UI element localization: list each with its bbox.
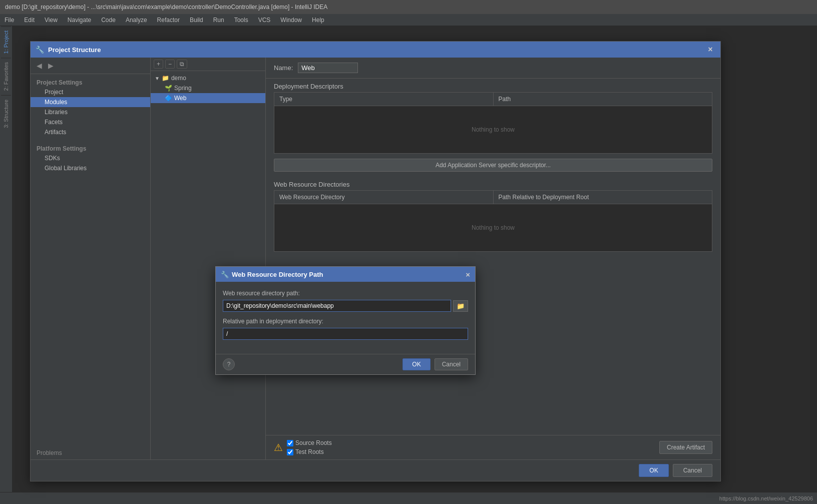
checkbox-row-1: Source Roots (287, 439, 332, 446)
middle-toolbar: + − ⧉ (151, 58, 265, 71)
dialog-overlay: 🔧 Project Structure × ◀ ▶ Project Settin… (0, 26, 817, 504)
sub-dialog: 🔧 Web Resource Directory Path × Web reso… (215, 266, 476, 375)
web-resource-dirs-title: Web Resource Directories (266, 177, 720, 190)
dialog-cancel-button[interactable]: Cancel (673, 464, 712, 477)
facets-label: Facets (45, 119, 63, 126)
bottom-action-bar: ⚠ Source Roots Test Roots Create Art (266, 435, 720, 459)
browse-button[interactable]: 📁 (453, 300, 468, 312)
web-table-header: Web Resource Directory Path Relative to … (274, 191, 712, 204)
menu-file[interactable]: File (3, 16, 16, 25)
deployment-descriptors-table: Type Path Nothing to show (274, 92, 712, 154)
dialog-ok-button[interactable]: OK (639, 464, 668, 477)
table-header-row: Type Path (274, 93, 712, 106)
web-item[interactable]: 🔷 Web (151, 93, 265, 103)
menu-view[interactable]: View (43, 16, 60, 25)
project-structure-dialog: 🔧 Project Structure × ◀ ▶ Project Settin… (30, 41, 721, 481)
checkbox-2-label: Test Roots (295, 448, 324, 455)
dialog-title-icon: 🔧 (36, 46, 44, 54)
problems-item[interactable]: Problems (31, 446, 150, 459)
create-artifact-button[interactable]: Create Artifact (659, 441, 712, 454)
libraries-item[interactable]: Libraries (31, 107, 150, 117)
dialog-title-text: Project Structure (48, 46, 101, 54)
window-title: demo [D:\git_repository\demo] - ...\src\… (5, 4, 812, 11)
sub-dialog-title-text: Web Resource Directory Path (232, 271, 323, 278)
nav-back-button[interactable]: ◀ (35, 61, 44, 71)
path-column-header: Path (494, 93, 712, 106)
menu-help[interactable]: Help (310, 16, 326, 25)
artifacts-item[interactable]: Artifacts (31, 127, 150, 137)
web-resource-table: Web Resource Directory Path Relative to … (274, 190, 712, 252)
demo-root-item[interactable]: ▼ 📁 demo (151, 73, 265, 83)
sub-dialog-close-button[interactable]: × (466, 270, 470, 279)
dialog-close-button[interactable]: × (705, 45, 715, 55)
menu-bar: File Edit View Navigate Code Analyze Ref… (0, 14, 817, 26)
ide-background: 1: Project 2: Favorites 3: Structure 🔧 P… (0, 26, 817, 504)
dialog-right-panel: Name: Deployment Descriptors Type Path N… (266, 58, 720, 459)
sdks-label: SDKs (45, 155, 60, 162)
facets-item[interactable]: Facets (31, 117, 150, 127)
sub-dialog-ok-button[interactable]: OK (402, 358, 430, 370)
sub-dialog-title-icon: 🔧 (221, 271, 229, 278)
dir-path-input[interactable] (223, 300, 451, 312)
demo-root-label: demo (171, 75, 186, 82)
web-icon: 🔷 (165, 95, 172, 102)
modules-item[interactable]: Modules (31, 97, 150, 107)
add-module-button[interactable]: + (154, 60, 163, 69)
menu-run[interactable]: Run (211, 16, 226, 25)
remove-module-button[interactable]: − (165, 60, 175, 69)
dir-path-label: Web resource directory path: (223, 290, 468, 297)
path-relative-header: Path Relative to Deployment Root (494, 191, 712, 204)
menu-window[interactable]: Window (278, 16, 304, 25)
project-label: Project (45, 89, 63, 96)
menu-refactor[interactable]: Refactor (155, 16, 182, 25)
warning-icon: ⚠ (274, 441, 283, 453)
spring-label: Spring (174, 85, 192, 92)
global-libraries-item[interactable]: Global Libraries (31, 163, 150, 173)
copy-module-button[interactable]: ⧉ (177, 60, 187, 69)
dialog-body: ◀ ▶ Project Settings Project Modules (31, 58, 720, 459)
sub-dialog-cancel-button[interactable]: Cancel (435, 358, 468, 370)
web-resource-dir-header: Web Resource Directory (274, 191, 494, 204)
libraries-label: Libraries (45, 109, 68, 116)
menu-tools[interactable]: Tools (232, 16, 250, 25)
checkbox-group: Source Roots Test Roots (287, 439, 332, 455)
name-row: Name: (266, 58, 720, 79)
spring-icon: 🌱 (165, 85, 172, 92)
menu-analyze[interactable]: Analyze (124, 16, 149, 25)
menu-code[interactable]: Code (99, 16, 118, 25)
name-label: Name: (274, 64, 293, 72)
menu-navigate[interactable]: Navigate (66, 16, 93, 25)
no-web-resources: Nothing to show (274, 204, 712, 251)
dir-path-input-row: 📁 (223, 300, 468, 312)
menu-vcs[interactable]: VCS (256, 16, 273, 25)
add-descriptor-button[interactable]: Add Application Server specific descript… (274, 159, 712, 172)
dialog-title-bar: 🔧 Project Structure × (31, 42, 720, 58)
no-deployment-descriptors: Nothing to show (274, 106, 712, 153)
dialog-footer: OK Cancel (31, 459, 720, 481)
checkbox-2[interactable] (287, 449, 293, 455)
dialog-left-panel: ◀ ▶ Project Settings Project Modules (31, 58, 151, 459)
rel-path-label: Relative path in deployment directory: (223, 318, 468, 325)
platform-settings-header: Platform Settings (31, 142, 150, 153)
artifacts-label: Artifacts (45, 129, 66, 136)
sdks-item[interactable]: SDKs (31, 153, 150, 163)
deployment-descriptors-title: Deployment Descriptors (266, 79, 720, 92)
sub-dialog-title-bar: 🔧 Web Resource Directory Path × (216, 267, 475, 282)
file-tree: ▼ 📁 demo 🌱 Spring 🔷 Web (151, 71, 265, 459)
nav-forward-button[interactable]: ▶ (46, 61, 56, 71)
project-item[interactable]: Project (31, 87, 150, 97)
global-libraries-label: Global Libraries (45, 165, 87, 172)
help-button[interactable]: ? (223, 358, 235, 370)
nav-arrows: ◀ ▶ (31, 58, 150, 74)
spring-item[interactable]: 🌱 Spring (151, 83, 265, 93)
name-input[interactable] (298, 63, 358, 73)
checkbox-row-2: Test Roots (287, 448, 332, 455)
settings-tree: Project Settings Project Modules Librari… (31, 74, 150, 446)
rel-path-input[interactable] (223, 328, 468, 340)
web-label: Web (174, 95, 186, 102)
checkbox-1[interactable] (287, 440, 293, 446)
menu-edit[interactable]: Edit (22, 16, 37, 25)
menu-build[interactable]: Build (188, 16, 205, 25)
folder-icon: 📁 (162, 75, 169, 82)
project-settings-header: Project Settings (31, 76, 150, 87)
